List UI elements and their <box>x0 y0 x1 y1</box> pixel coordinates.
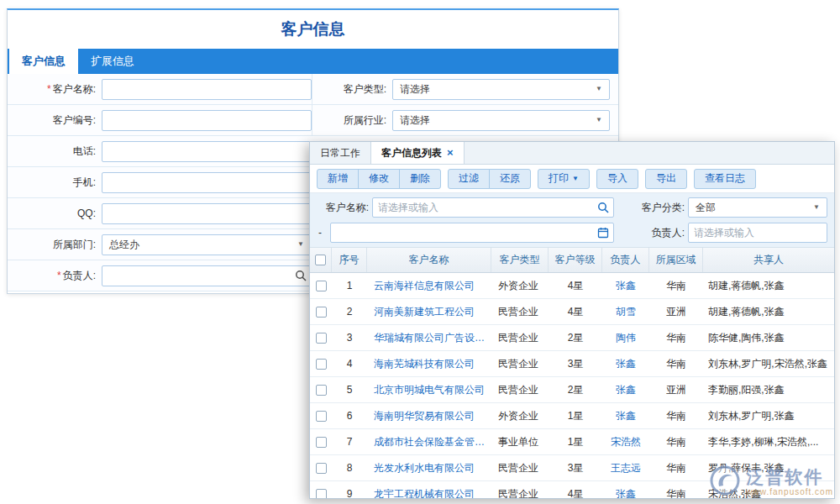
industry-select[interactable]: 请选择▼ <box>392 110 610 131</box>
owner-filter-label: 负责人: <box>633 226 685 240</box>
toolbar-button-add[interactable]: 新增 <box>317 169 359 189</box>
form-row: *客户名称: <box>8 74 312 105</box>
form-right-column: 客户类型:请选择▼所属行业:请选择▼ <box>312 74 618 136</box>
row-number: 3 <box>332 325 367 350</box>
owner-link[interactable]: 王志远 <box>611 461 641 475</box>
toolbar-button-restore[interactable]: 还原 <box>489 169 531 189</box>
customer-name-link[interactable]: 成都市社会保险基金管理... <box>374 435 491 449</box>
form-left-column: *客户名称:客户编号:电话:手机:QQ:所属部门:总经办▼*负责人: <box>8 74 312 291</box>
toolbar-button-filter[interactable]: 过滤 <box>448 169 490 189</box>
owner-link[interactable]: 宋浩然 <box>611 435 641 449</box>
customer-name-filter-input[interactable] <box>372 197 614 218</box>
row-checkbox[interactable] <box>316 437 327 448</box>
customer-name-cell: 龙宇工程机械有限公司 <box>367 481 491 498</box>
row-number: 1 <box>332 273 367 298</box>
table-row[interactable]: 9龙宇工程机械有限公司民营企业4星张鑫华南宋浩然,张鑫 <box>310 481 834 498</box>
search-icon[interactable] <box>295 270 307 284</box>
shared-cell: 李勤丽,阳强,张鑫 <box>703 377 834 402</box>
table-row[interactable]: 8光发水利水电有限公司民营企业3星王志远华南罗丹,薛保丰,张鑫 <box>310 455 834 481</box>
row-checkbox[interactable] <box>316 281 327 291</box>
table-row[interactable]: 3华瑞城有限公司广告设计部民营企业2星陶伟华南陈华健,陶伟,张鑫 <box>310 325 834 351</box>
toolbar-button-print[interactable]: 打印▼ <box>538 169 590 189</box>
customer-type-cell: 民营企业 <box>491 455 549 480</box>
owner-filter-input[interactable] <box>688 223 827 243</box>
toolbar-group: 新增修改删除 <box>317 169 441 189</box>
tab-daily-work[interactable]: 日常工作 <box>310 142 370 164</box>
owner-input[interactable] <box>102 265 312 286</box>
customer-type-cell: 民营企业 <box>491 299 549 324</box>
toolbar-button-edit[interactable]: 修改 <box>358 169 400 189</box>
table-body: 1云南海祥信息有限公司外资企业4星张鑫华南胡建,蒋德帆,张鑫2河南美新建筑工程公… <box>310 273 834 498</box>
owner-link[interactable]: 陶伟 <box>616 331 636 345</box>
customer-name-link[interactable]: 海南明华贸易有限公司 <box>374 409 475 423</box>
qq-input[interactable] <box>102 203 312 224</box>
row-checkbox[interactable] <box>316 333 327 344</box>
customer-name-link[interactable]: 光发水利水电有限公司 <box>374 461 475 475</box>
customer-name-input[interactable] <box>102 79 312 100</box>
row-checkbox-cell <box>310 481 332 498</box>
department-select[interactable]: 总经办▼ <box>102 234 312 255</box>
close-icon[interactable]: × <box>447 142 454 164</box>
toolbar-button-export[interactable]: 导出 <box>645 169 687 189</box>
row-checkbox-cell <box>310 299 332 324</box>
toolbar-button-view-log[interactable]: 查看日志 <box>694 169 756 189</box>
row-checkbox[interactable] <box>316 489 327 499</box>
region-cell: 华南 <box>649 325 703 350</box>
category-select[interactable]: 全部 ▼ <box>688 197 827 218</box>
table-row[interactable]: 6海南明华贸易有限公司外资企业1星张鑫华南刘东林,罗广明,张鑫 <box>310 403 834 429</box>
form-row: 手机: <box>8 167 312 198</box>
date-filter-input[interactable] <box>330 223 614 243</box>
filter-row-1: 客户名称: 客户分类: 全部 ▼ <box>317 197 827 218</box>
customer-code-input[interactable] <box>102 110 312 131</box>
table-row[interactable]: 2河南美新建筑工程公司民营企业4星胡雪亚洲胡建,蒋德帆,张鑫 <box>310 299 834 325</box>
form-row: *负责人: <box>8 260 312 291</box>
mobile-input[interactable] <box>102 172 312 193</box>
table-row[interactable]: 4海南芜城科技有限公司民营企业3星张鑫华南刘东林,罗广明,宋浩然,张鑫 <box>310 351 834 377</box>
owner-link[interactable]: 张鑫 <box>616 409 636 423</box>
row-number: 2 <box>332 299 367 324</box>
table-row[interactable]: 1云南海祥信息有限公司外资企业4星张鑫华南胡建,蒋德帆,张鑫 <box>310 273 834 299</box>
row-checkbox[interactable] <box>316 307 327 318</box>
row-checkbox[interactable] <box>316 359 327 370</box>
row-checkbox[interactable] <box>316 463 327 474</box>
region-cell: 华南 <box>649 455 703 480</box>
table-row[interactable]: 7成都市社会保险基金管理...事业单位1星宋浩然华南李华,李婷,柳琳,宋浩然,.… <box>310 429 834 455</box>
owner-link[interactable]: 张鑫 <box>616 279 636 293</box>
customer-name-link[interactable]: 华瑞城有限公司广告设计部 <box>374 331 491 345</box>
form-row: 电话: <box>8 136 312 167</box>
row-checkbox-cell <box>310 403 332 428</box>
customer-grade-cell: 4星 <box>549 299 602 324</box>
customer-name-link[interactable]: 龙宇工程机械有限公司 <box>374 487 475 499</box>
owner-link[interactable]: 胡雪 <box>616 305 636 319</box>
required-asterisk: * <box>47 83 51 95</box>
calendar-icon[interactable] <box>597 227 609 240</box>
region-cell: 亚洲 <box>649 377 703 402</box>
customer-name-link[interactable]: 河南美新建筑工程公司 <box>374 305 475 319</box>
customer-type-select[interactable]: 请选择▼ <box>392 79 610 100</box>
search-icon[interactable] <box>597 202 609 215</box>
toolbar-button-import[interactable]: 导入 <box>596 169 638 189</box>
phone-input[interactable] <box>102 141 312 162</box>
tab-extended-info[interactable]: 扩展信息 <box>78 49 147 74</box>
tab-customer-list[interactable]: 客户信息列表 × <box>370 142 465 164</box>
toolbar-button-delete[interactable]: 删除 <box>399 169 441 189</box>
shared-cell: 李华,李婷,柳琳,宋浩然,... <box>703 429 834 454</box>
customer-name-cell: 海南明华贸易有限公司 <box>367 403 491 428</box>
customer-name-link[interactable]: 北京市明城电气有限公司 <box>374 383 485 397</box>
field-label: 所属行业: <box>312 113 392 128</box>
owner-link[interactable]: 张鑫 <box>616 357 636 371</box>
customer-grade-cell: 3星 <box>549 351 602 376</box>
customer-name-link[interactable]: 海南芜城科技有限公司 <box>374 357 475 371</box>
select-all-checkbox[interactable] <box>315 255 326 265</box>
owner-cell: 王志远 <box>602 455 649 480</box>
toolbar-group: 查看日志 <box>694 169 756 189</box>
customer-name-link[interactable]: 云南海祥信息有限公司 <box>374 279 475 293</box>
table-row[interactable]: 5北京市明城电气有限公司民营企业2星张鑫亚洲李勤丽,阳强,张鑫 <box>310 377 834 403</box>
owner-link[interactable]: 张鑫 <box>616 487 636 499</box>
owner-link[interactable]: 张鑫 <box>616 383 636 397</box>
row-checkbox[interactable] <box>316 411 327 422</box>
form-row: QQ: <box>8 198 312 229</box>
tab-customer-info[interactable]: 客户信息 <box>9 49 78 74</box>
form-row: 所属行业:请选择▼ <box>312 105 618 136</box>
row-checkbox[interactable] <box>316 385 327 396</box>
